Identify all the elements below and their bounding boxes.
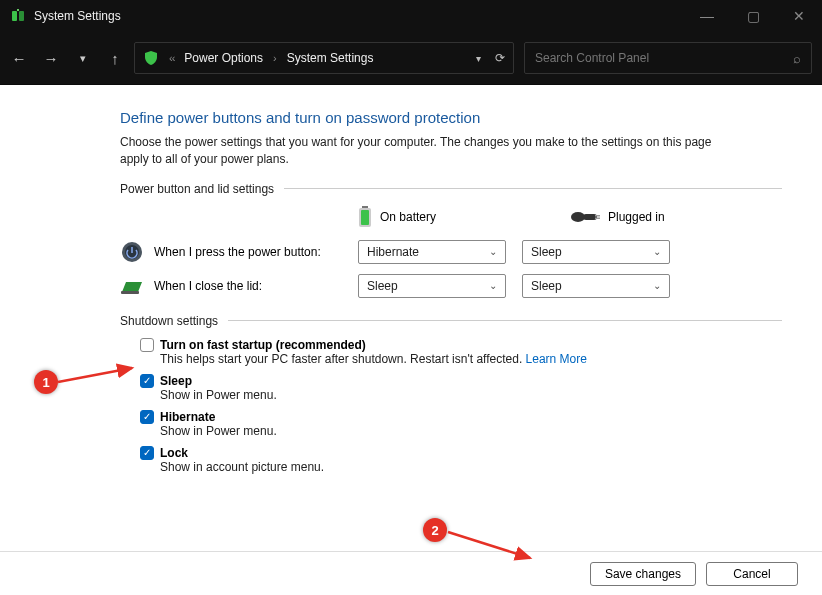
sub-lock: Show in account picture menu.: [160, 460, 782, 474]
nav-up-button[interactable]: ↑: [106, 50, 124, 67]
section-power-lid-label: Power button and lid settings: [120, 182, 274, 196]
divider: [228, 320, 782, 321]
svg-rect-5: [361, 210, 369, 225]
row-lid-label: When I close the lid:: [154, 279, 262, 293]
search-icon[interactable]: ⌕: [793, 51, 801, 66]
nav-back-button[interactable]: ←: [10, 50, 28, 67]
combo-power-battery[interactable]: Hibernate⌄: [358, 240, 506, 264]
toolbar: ← → ▾ ↑ ‹‹ Power Options › System Settin…: [0, 32, 822, 84]
svg-rect-1: [19, 11, 24, 21]
row-power-button-label: When I press the power button:: [154, 245, 321, 259]
breadcrumb-item-2[interactable]: System Settings: [287, 51, 374, 65]
search-bar[interactable]: ⌕: [524, 42, 812, 74]
svg-rect-8: [595, 215, 600, 217]
window-title: System Settings: [34, 9, 121, 23]
minimize-button[interactable]: —: [684, 0, 730, 32]
chevron-down-icon: ⌄: [489, 280, 497, 291]
chevron-down-icon: ⌄: [653, 280, 661, 291]
refresh-button[interactable]: ⟳: [495, 51, 505, 65]
checkbox-hibernate[interactable]: [140, 410, 154, 424]
close-button[interactable]: ✕: [776, 0, 822, 32]
save-button[interactable]: Save changes: [590, 562, 696, 586]
checkbox-fast-startup[interactable]: [140, 338, 154, 352]
page-description: Choose the power settings that you want …: [120, 134, 740, 168]
svg-rect-2: [17, 9, 19, 11]
sub-fast-startup: This helps start your PC faster after sh…: [160, 352, 522, 366]
svg-rect-9: [595, 217, 600, 219]
page-heading: Define power buttons and turn on passwor…: [120, 109, 782, 126]
combo-lid-battery[interactable]: Sleep⌄: [358, 274, 506, 298]
footer: Save changes Cancel: [0, 551, 822, 595]
link-learn-more[interactable]: Learn More: [526, 352, 587, 366]
label-hibernate: Hibernate: [160, 410, 215, 424]
divider: [284, 188, 782, 189]
combo-lid-plugged[interactable]: Sleep⌄: [522, 274, 670, 298]
marker-2: 2: [423, 518, 447, 542]
chevron-down-icon: ⌄: [489, 246, 497, 257]
label-lock: Lock: [160, 446, 188, 460]
nav-recent-button[interactable]: ▾: [74, 52, 92, 65]
battery-icon: [358, 206, 372, 228]
svg-rect-0: [12, 11, 17, 21]
chevron-right-icon: ›: [273, 52, 277, 64]
power-button-icon: [120, 240, 144, 264]
title-bar: System Settings — ▢ ✕: [0, 0, 822, 32]
chevron-left-icon: ‹‹: [169, 52, 174, 64]
marker-1: 1: [34, 370, 58, 394]
chevron-down-icon: ⌄: [653, 246, 661, 257]
section-shutdown-label: Shutdown settings: [120, 314, 218, 328]
svg-point-6: [571, 212, 585, 222]
cancel-button[interactable]: Cancel: [706, 562, 798, 586]
column-on-battery: On battery: [380, 210, 436, 224]
breadcrumb-item-1[interactable]: Power Options: [184, 51, 263, 65]
search-input[interactable]: [535, 51, 755, 65]
combo-power-plugged[interactable]: Sleep⌄: [522, 240, 670, 264]
address-icon: [143, 50, 159, 66]
sub-hibernate: Show in Power menu.: [160, 424, 782, 438]
plug-icon: [570, 210, 600, 224]
address-bar[interactable]: ‹‹ Power Options › System Settings ▾ ⟳: [134, 42, 514, 74]
address-dropdown-icon[interactable]: ▾: [476, 53, 481, 64]
lid-icon: [120, 274, 144, 298]
svg-rect-3: [362, 206, 368, 208]
nav-forward-button[interactable]: →: [42, 50, 60, 67]
checkbox-lock[interactable]: [140, 446, 154, 460]
label-fast-startup: Turn on fast startup (recommended): [160, 338, 366, 352]
svg-rect-12: [121, 291, 139, 294]
content-pane: Define power buttons and turn on passwor…: [0, 84, 822, 551]
sub-sleep: Show in Power menu.: [160, 388, 782, 402]
svg-rect-7: [583, 214, 597, 220]
window-icon: [10, 8, 26, 24]
maximize-button[interactable]: ▢: [730, 0, 776, 32]
column-plugged-in: Plugged in: [608, 210, 665, 224]
label-sleep: Sleep: [160, 374, 192, 388]
checkbox-sleep[interactable]: [140, 374, 154, 388]
